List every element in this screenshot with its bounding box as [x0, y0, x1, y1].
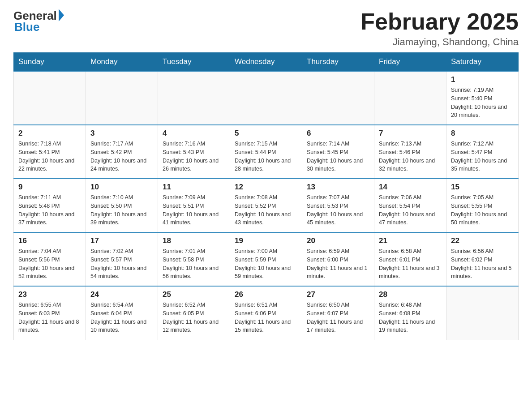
day-number: 10: [90, 183, 153, 192]
day-info: Sunrise: 7:08 AMSunset: 5:52 PMDaylight:…: [235, 193, 297, 227]
calendar-cell: 15Sunrise: 7:05 AMSunset: 5:55 PMDayligh…: [446, 179, 519, 232]
day-info: Sunrise: 7:04 AMSunset: 5:56 PMDaylight:…: [18, 247, 81, 281]
day-info: Sunrise: 6:51 AMSunset: 6:06 PMDaylight:…: [235, 301, 297, 334]
day-info: Sunrise: 7:16 AMSunset: 5:43 PMDaylight:…: [163, 140, 225, 173]
day-info: Sunrise: 6:55 AMSunset: 6:03 PMDaylight:…: [18, 301, 81, 334]
calendar-cell: [230, 71, 302, 125]
weekday-header-thursday: Thursday: [302, 53, 374, 72]
day-number: 8: [451, 129, 514, 138]
day-info: Sunrise: 6:59 AMSunset: 6:00 PMDaylight:…: [307, 247, 369, 281]
calendar-cell: 5Sunrise: 7:15 AMSunset: 5:44 PMDaylight…: [230, 125, 302, 179]
day-number: 9: [18, 183, 81, 192]
weekday-header-row: SundayMondayTuesdayWednesdayThursdayFrid…: [14, 53, 519, 72]
day-info: Sunrise: 7:07 AMSunset: 5:53 PMDaylight:…: [307, 193, 369, 227]
calendar-cell: [14, 71, 86, 125]
day-info: Sunrise: 6:48 AMSunset: 6:08 PMDaylight:…: [379, 301, 442, 334]
day-info: Sunrise: 7:13 AMSunset: 5:46 PMDaylight:…: [379, 140, 442, 173]
title-block: February 2025 Jiamaying, Shandong, China: [360, 9, 519, 48]
day-info: Sunrise: 7:12 AMSunset: 5:47 PMDaylight:…: [451, 140, 514, 173]
day-info: Sunrise: 7:15 AMSunset: 5:44 PMDaylight:…: [235, 140, 297, 173]
calendar-cell: 19Sunrise: 7:00 AMSunset: 5:59 PMDayligh…: [230, 232, 302, 286]
weekday-header-monday: Monday: [86, 53, 158, 72]
calendar-cell: 11Sunrise: 7:09 AMSunset: 5:51 PMDayligh…: [158, 179, 230, 232]
day-number: 4: [163, 129, 225, 138]
week-row-5: 23Sunrise: 6:55 AMSunset: 6:03 PMDayligh…: [14, 286, 519, 340]
day-number: 13: [307, 183, 369, 192]
calendar-cell: 9Sunrise: 7:11 AMSunset: 5:48 PMDaylight…: [14, 179, 86, 232]
calendar-cell: 22Sunrise: 6:56 AMSunset: 6:02 PMDayligh…: [446, 232, 519, 286]
day-number: 7: [379, 129, 442, 138]
calendar-body: 1Sunrise: 7:19 AMSunset: 5:40 PMDaylight…: [14, 71, 519, 340]
calendar-cell: 10Sunrise: 7:10 AMSunset: 5:50 PMDayligh…: [86, 179, 158, 232]
day-info: Sunrise: 7:02 AMSunset: 5:57 PMDaylight:…: [90, 247, 153, 281]
calendar-cell: 27Sunrise: 6:50 AMSunset: 6:07 PMDayligh…: [302, 286, 374, 340]
calendar-cell: 18Sunrise: 7:01 AMSunset: 5:58 PMDayligh…: [158, 232, 230, 286]
day-info: Sunrise: 6:52 AMSunset: 6:05 PMDaylight:…: [163, 301, 225, 334]
calendar-cell: 2Sunrise: 7:18 AMSunset: 5:41 PMDaylight…: [14, 125, 86, 179]
day-number: 16: [18, 236, 81, 245]
day-number: 15: [451, 183, 514, 192]
page-header: General Blue February 2025 Jiamaying, Sh…: [13, 9, 519, 48]
calendar-cell: [302, 71, 374, 125]
calendar-cell: [374, 71, 446, 125]
day-number: 11: [163, 183, 225, 192]
day-number: 19: [235, 236, 297, 245]
calendar-cell: 6Sunrise: 7:14 AMSunset: 5:45 PMDaylight…: [302, 125, 374, 179]
weekday-header-saturday: Saturday: [446, 53, 519, 72]
calendar-cell: 24Sunrise: 6:54 AMSunset: 6:04 PMDayligh…: [86, 286, 158, 340]
day-number: 20: [307, 236, 369, 245]
calendar-cell: 12Sunrise: 7:08 AMSunset: 5:52 PMDayligh…: [230, 179, 302, 232]
calendar-table: SundayMondayTuesdayWednesdayThursdayFrid…: [13, 52, 519, 340]
calendar-cell: 16Sunrise: 7:04 AMSunset: 5:56 PMDayligh…: [14, 232, 86, 286]
calendar-cell: [86, 71, 158, 125]
location-label: Jiamaying, Shandong, China: [360, 36, 519, 48]
day-info: Sunrise: 7:18 AMSunset: 5:41 PMDaylight:…: [18, 140, 81, 173]
calendar-cell: 23Sunrise: 6:55 AMSunset: 6:03 PMDayligh…: [14, 286, 86, 340]
day-info: Sunrise: 7:00 AMSunset: 5:59 PMDaylight:…: [235, 247, 297, 281]
day-number: 24: [90, 290, 153, 299]
weekday-header-sunday: Sunday: [14, 53, 86, 72]
calendar-cell: 8Sunrise: 7:12 AMSunset: 5:47 PMDaylight…: [446, 125, 519, 179]
calendar-cell: 7Sunrise: 7:13 AMSunset: 5:46 PMDaylight…: [374, 125, 446, 179]
day-info: Sunrise: 7:05 AMSunset: 5:55 PMDaylight:…: [451, 193, 514, 227]
day-number: 3: [90, 129, 153, 138]
calendar-cell: [446, 286, 519, 340]
week-row-2: 2Sunrise: 7:18 AMSunset: 5:41 PMDaylight…: [14, 125, 519, 179]
day-info: Sunrise: 7:01 AMSunset: 5:58 PMDaylight:…: [163, 247, 225, 281]
week-row-3: 9Sunrise: 7:11 AMSunset: 5:48 PMDaylight…: [14, 179, 519, 232]
calendar-cell: 20Sunrise: 6:59 AMSunset: 6:00 PMDayligh…: [302, 232, 374, 286]
calendar-cell: 4Sunrise: 7:16 AMSunset: 5:43 PMDaylight…: [158, 125, 230, 179]
day-number: 28: [379, 290, 442, 299]
day-info: Sunrise: 7:11 AMSunset: 5:48 PMDaylight:…: [18, 193, 81, 227]
calendar-cell: 3Sunrise: 7:17 AMSunset: 5:42 PMDaylight…: [86, 125, 158, 179]
calendar-cell: 21Sunrise: 6:58 AMSunset: 6:01 PMDayligh…: [374, 232, 446, 286]
calendar-cell: 28Sunrise: 6:48 AMSunset: 6:08 PMDayligh…: [374, 286, 446, 340]
logo-arrow-icon: [59, 9, 64, 21]
weekday-header-wednesday: Wednesday: [230, 53, 302, 72]
day-info: Sunrise: 7:09 AMSunset: 5:51 PMDaylight:…: [163, 193, 225, 227]
calendar-header: SundayMondayTuesdayWednesdayThursdayFrid…: [14, 53, 519, 72]
day-number: 23: [18, 290, 81, 299]
day-info: Sunrise: 6:58 AMSunset: 6:01 PMDaylight:…: [379, 247, 442, 281]
logo-blue-label: Blue: [14, 20, 39, 34]
day-info: Sunrise: 7:19 AMSunset: 5:40 PMDaylight:…: [451, 86, 514, 120]
calendar-cell: 13Sunrise: 7:07 AMSunset: 5:53 PMDayligh…: [302, 179, 374, 232]
day-number: 14: [379, 183, 442, 192]
day-number: 12: [235, 183, 297, 192]
day-info: Sunrise: 6:54 AMSunset: 6:04 PMDaylight:…: [90, 301, 153, 334]
day-info: Sunrise: 7:10 AMSunset: 5:50 PMDaylight:…: [90, 193, 153, 227]
day-info: Sunrise: 7:14 AMSunset: 5:45 PMDaylight:…: [307, 140, 369, 173]
calendar-cell: 1Sunrise: 7:19 AMSunset: 5:40 PMDaylight…: [446, 71, 519, 125]
day-info: Sunrise: 6:50 AMSunset: 6:07 PMDaylight:…: [307, 301, 369, 334]
day-number: 27: [307, 290, 369, 299]
day-number: 22: [451, 236, 514, 245]
day-number: 2: [18, 129, 81, 138]
calendar-cell: 17Sunrise: 7:02 AMSunset: 5:57 PMDayligh…: [86, 232, 158, 286]
week-row-4: 16Sunrise: 7:04 AMSunset: 5:56 PMDayligh…: [14, 232, 519, 286]
day-number: 1: [451, 75, 514, 84]
week-row-1: 1Sunrise: 7:19 AMSunset: 5:40 PMDaylight…: [14, 71, 519, 125]
day-number: 18: [163, 236, 225, 245]
logo: General Blue: [13, 9, 64, 34]
day-number: 21: [379, 236, 442, 245]
day-number: 6: [307, 129, 369, 138]
